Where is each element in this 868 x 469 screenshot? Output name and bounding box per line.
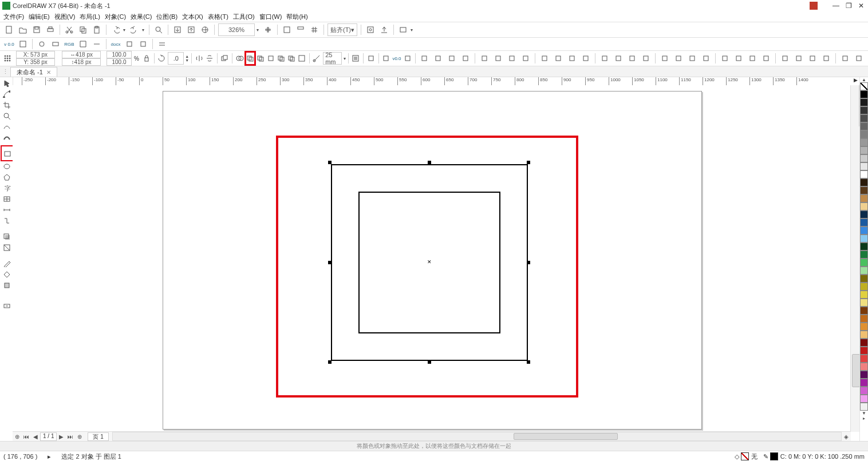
- macro-btn-6[interactable]: [124, 38, 135, 50]
- menu-bitmap[interactable]: 位图(B): [156, 13, 177, 21]
- selection-handle-nw[interactable]: [328, 161, 332, 164]
- app-launcher-dropdown[interactable]: ▾: [411, 27, 415, 33]
- color-swatch[interactable]: [860, 363, 868, 371]
- shape-tool[interactable]: [1, 89, 12, 99]
- simplify-button[interactable]: [267, 53, 275, 64]
- extra-toolbar-button[interactable]: [613, 53, 624, 64]
- menu-layout[interactable]: 布局(L): [80, 13, 100, 21]
- mirror-v-button[interactable]: [206, 53, 214, 64]
- connector-tool[interactable]: [1, 215, 12, 225]
- intersect-button[interactable]: [257, 53, 265, 64]
- notification-icon[interactable]: [810, 2, 818, 10]
- page-last-button[interactable]: ⏭: [66, 434, 75, 440]
- undo-dropdown[interactable]: ▾: [123, 27, 128, 33]
- color-swatch[interactable]: [860, 210, 868, 218]
- macro-docx-button[interactable]: docx: [110, 38, 121, 50]
- lock-ratio-button[interactable]: [143, 53, 151, 64]
- page-counter[interactable]: 1 / 1: [40, 432, 57, 441]
- extra-toolbar-button[interactable]: [580, 53, 591, 64]
- cut-button[interactable]: [64, 24, 75, 35]
- color-swatch[interactable]: [860, 154, 868, 162]
- selection-handle-sw[interactable]: [328, 360, 332, 364]
- outline-dropdown[interactable]: ▾: [344, 56, 346, 61]
- close-button[interactable]: ✕: [857, 2, 866, 10]
- menu-help[interactable]: 帮助(H): [286, 13, 307, 21]
- mirror-h-button[interactable]: [195, 53, 203, 64]
- to-front-button[interactable]: [220, 53, 228, 64]
- extra-toolbar-button[interactable]: [460, 53, 471, 64]
- color-swatch[interactable]: [860, 283, 868, 291]
- color-swatch[interactable]: [860, 226, 868, 234]
- open-button[interactable]: [17, 24, 29, 35]
- object-width-field[interactable]: ↔ 418 px: [62, 51, 101, 58]
- paste-button[interactable]: [91, 24, 102, 35]
- rotation-up[interactable]: ▲: [185, 54, 189, 58]
- page-tab-1[interactable]: 页 1: [88, 432, 108, 441]
- color-swatch[interactable]: [860, 170, 868, 178]
- extra-toolbar-button[interactable]: [520, 53, 531, 64]
- color-swatch[interactable]: [860, 202, 868, 210]
- menu-file[interactable]: 文件(F): [3, 13, 24, 21]
- back-minus-front-button[interactable]: [287, 53, 295, 64]
- palette-down[interactable]: ▼: [860, 411, 868, 416]
- color-swatch[interactable]: [860, 387, 868, 395]
- color-swatch[interactable]: [860, 347, 868, 355]
- smart-fill-tool[interactable]: [1, 280, 12, 290]
- minimize-button[interactable]: —: [831, 2, 841, 10]
- macro-btn-3[interactable]: [50, 38, 61, 50]
- color-swatch[interactable]: [860, 267, 868, 275]
- color-swatch[interactable]: [860, 106, 868, 114]
- menu-window[interactable]: 窗口(W): [259, 13, 282, 21]
- extra-toolbar-button[interactable]: [719, 53, 731, 64]
- extra-toolbar-button[interactable]: [640, 53, 652, 64]
- extra-toolbar-button[interactable]: [807, 53, 818, 64]
- color-swatch[interactable]: [860, 114, 868, 122]
- color-swatch[interactable]: [860, 162, 868, 170]
- freehand-tool[interactable]: [1, 121, 12, 132]
- interactive-fill-tool[interactable]: [1, 269, 12, 279]
- page-first-button[interactable]: ⏮: [22, 434, 31, 440]
- color-drop-hint-bar[interactable]: 将颜色或对象拖动至此处，以便将这些颜色与文档存储在一起: [0, 441, 868, 451]
- restore-button[interactable]: ❐: [844, 2, 853, 10]
- color-swatch[interactable]: [860, 251, 868, 259]
- snap-dropdown[interactable]: 贴齐(T) ▾: [328, 23, 357, 36]
- selection-handle-n[interactable]: [428, 161, 431, 164]
- extra-btn-1[interactable]: [382, 53, 390, 64]
- wrap-text-button[interactable]: [352, 53, 360, 64]
- tab-close-button[interactable]: ✕: [46, 69, 51, 75]
- macro-btn-5[interactable]: [91, 38, 102, 50]
- show-grid-button[interactable]: [309, 24, 320, 35]
- extra-toolbar-button[interactable]: [492, 53, 504, 64]
- page-next-button[interactable]: ▶: [57, 434, 66, 440]
- color-swatch[interactable]: [860, 259, 868, 267]
- print-button[interactable]: [45, 24, 56, 35]
- convert-to-curves-button[interactable]: [367, 53, 375, 64]
- outline-width-field[interactable]: 25 mm: [323, 52, 342, 65]
- dimension-tool[interactable]: [1, 204, 12, 214]
- menu-table[interactable]: 表格(T): [208, 13, 228, 21]
- color-swatch[interactable]: [860, 218, 868, 226]
- fill-indicator[interactable]: ◇ 无: [735, 452, 757, 461]
- table-tool[interactable]: [1, 193, 12, 204]
- color-swatch[interactable]: [860, 234, 868, 243]
- color-swatch[interactable]: [860, 355, 868, 363]
- color-swatch[interactable]: [860, 194, 868, 202]
- app-launcher-button[interactable]: [397, 24, 409, 35]
- color-swatch[interactable]: [860, 275, 868, 283]
- macro-rgb-button[interactable]: RGB: [64, 38, 75, 50]
- import-button[interactable]: [172, 24, 183, 35]
- color-swatch[interactable]: [860, 331, 868, 339]
- color-swatch[interactable]: [860, 315, 868, 323]
- show-rulers-button[interactable]: [295, 24, 306, 35]
- extra-toolbar-button[interactable]: [506, 53, 518, 64]
- extra-toolbar-button[interactable]: [779, 53, 791, 64]
- menu-view[interactable]: 视图(V): [54, 13, 76, 21]
- extra-toolbar-button[interactable]: [479, 53, 490, 64]
- zoom-tool[interactable]: [1, 110, 12, 121]
- crop-tool[interactable]: [1, 100, 12, 110]
- color-swatch[interactable]: [860, 90, 868, 98]
- extra-toolbar-button[interactable]: [760, 53, 772, 64]
- pick-tool[interactable]: [1, 78, 12, 88]
- macro-btn-1[interactable]: [17, 38, 29, 50]
- page-add-after-button[interactable]: ⊕: [75, 434, 84, 440]
